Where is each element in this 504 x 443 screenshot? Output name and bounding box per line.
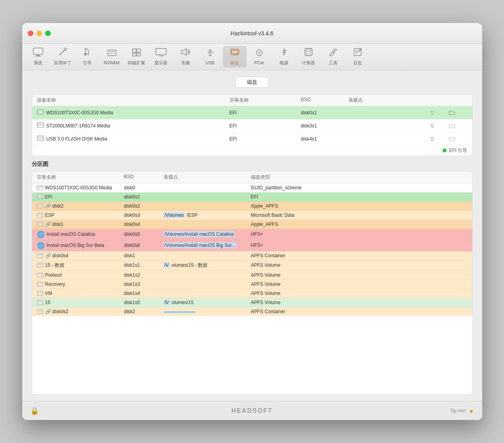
toolbar-item-system[interactable]: 系统: [26, 46, 50, 67]
close-button[interactable]: [28, 31, 33, 36]
part-name: 🔗 disk0s4: [37, 253, 124, 258]
maximize-button[interactable]: [45, 31, 51, 36]
partition-section-title: 分区图: [32, 161, 473, 168]
partition-table-body: WDS100T3X0C-00SJG0 Media disk0 GUID_part…: [32, 183, 472, 394]
table-row[interactable]: USB 3.0 FLASH DISK Media EFI disk4s1 ⇅: [32, 133, 472, 146]
disk-device-icon: [37, 135, 44, 142]
part-mount: /Volumes/15 - 数据: [164, 262, 251, 269]
toolbar-item-nvram[interactable]: NVRAM: [100, 47, 124, 67]
svg-rect-53: [37, 254, 42, 256]
part-type: APFS Container: [251, 253, 468, 258]
disk-device-icon: [37, 109, 44, 116]
toolbar-item-pcie[interactable]: PCIe: [247, 47, 271, 67]
disk-device-icon: [37, 122, 44, 129]
toolbar-item-audio[interactable]: 音频: [174, 46, 197, 67]
toolbar-item-power[interactable]: 电源: [272, 46, 296, 67]
disk-folder-button[interactable]: [448, 135, 456, 143]
table-row[interactable]: ST2000LM007-1R8174 Media EFI disk3s1 ⇅: [32, 119, 472, 133]
beer-icon[interactable]: 🍺: [468, 408, 474, 414]
minimize-button[interactable]: [36, 31, 42, 36]
svg-point-18: [236, 53, 238, 54]
partition-row[interactable]: 🌐 Install macOS Big Sur Beta disk0s6 /Vo…: [32, 240, 472, 251]
part-type: GUID_partition_scheme: [251, 185, 468, 191]
svg-rect-45: [37, 195, 42, 197]
partition-row[interactable]: Preboot disk1s2 APFS Volume: [32, 271, 472, 280]
toolbar-item-patches[interactable]: 应用补丁: [51, 46, 75, 67]
partition-row[interactable]: 🔗 disk1 disk0s4 Apple_APFS: [32, 220, 472, 229]
part-bsd: disk0s6: [124, 243, 164, 248]
svg-text:Ai: Ai: [360, 50, 361, 52]
log-icon: Ai: [353, 48, 363, 59]
part-type: EFI: [251, 194, 468, 200]
part-name: 🌐 Install macOS Big Sur Beta: [37, 242, 124, 249]
partition-row[interactable]: Recovery disk1s3 APFS Volume: [32, 280, 472, 289]
main-window: Hackintool v3.4.6 系统 应用补丁 引导 NVRAM: [22, 23, 482, 420]
toolbar-item-tools[interactable]: 工具: [321, 46, 345, 67]
partition-row[interactable]: ESP disk0s3 /Volumes/ESP Microsoft Basic…: [32, 211, 472, 220]
disk-mount-button[interactable]: ⇅: [428, 135, 437, 143]
part-bsd: disk0s4: [124, 222, 164, 227]
toolbar-label-kext: 内核扩展: [128, 60, 145, 66]
partition-row[interactable]: 🌐 Install macOS Catalina disk0s5 /Volume…: [32, 229, 472, 240]
disk-mount-button[interactable]: ⇅: [428, 121, 437, 130]
svg-rect-12: [159, 56, 163, 56]
part-bsd: disk1s3: [124, 281, 164, 287]
svg-rect-41: [38, 137, 43, 139]
disk-row-bsd: disk3s1: [301, 123, 349, 129]
table-row[interactable]: WDS100T3X0C-00SJG0 Media EFI disk0s1 ⇅: [32, 106, 472, 119]
part-name: 🔗 disk1: [37, 222, 124, 227]
partition-row[interactable]: 🔗 disk2 disk0s2 Apple_APFS: [32, 202, 472, 211]
toolbar-item-usb[interactable]: USB: [198, 47, 222, 67]
part-mount: /Volumes/ESP: [164, 212, 251, 218]
toolbar-item-display[interactable]: 显示器: [149, 46, 173, 67]
partition-row[interactable]: 15 - 数据 disk1s1 /Volumes/15 - 数据 APFS Vo…: [32, 260, 472, 271]
toolbar-item-boot[interactable]: 引导: [75, 46, 99, 67]
svg-rect-55: [37, 264, 42, 266]
part-mount: /Volumes/15: [164, 300, 251, 305]
content-area: 磁盘 设备名称 宗卷名称 BSD 装载点 WDS100T3X0C-00SJG0 …: [22, 70, 482, 401]
nvram-icon: [107, 48, 117, 60]
part-mount: [164, 310, 251, 313]
tip-label[interactable]: Tip me!: [450, 408, 466, 414]
toolbar-label-pcie: PCIe: [254, 60, 264, 65]
disk-header-name: 设备名称: [37, 97, 230, 104]
partition-row[interactable]: WDS100T3X0C-00SJG0 Media disk0 GUID_part…: [32, 183, 472, 193]
page-title-button[interactable]: 磁盘: [236, 77, 269, 88]
partition-row[interactable]: 15 disk1s5 /Volumes/15 APFS Volume: [32, 298, 472, 307]
disk-folder-button[interactable]: [448, 121, 456, 130]
lock-icon[interactable]: 🔒: [30, 406, 39, 415]
part-name: EFI: [37, 194, 124, 200]
toolbar: 系统 应用补丁 引导 NVRAM 内核扩展: [22, 44, 482, 70]
svg-rect-37: [38, 110, 43, 113]
disk-folder-button[interactable]: [448, 108, 456, 117]
svg-point-20: [259, 52, 260, 54]
toolbar-item-calc[interactable]: 计算器: [297, 46, 320, 67]
svg-rect-7: [132, 49, 136, 52]
toolbar-item-log[interactable]: Ai 日志: [346, 46, 370, 67]
disk-mount-button[interactable]: ⇅: [428, 108, 437, 117]
part-bsd: disk0s5: [124, 231, 164, 237]
partition-row[interactable]: 🔗 disk0s2 disk2 APFS Container: [32, 307, 472, 316]
disk-header-volume: 宗卷名称: [230, 97, 301, 104]
part-name: VM: [37, 291, 124, 296]
part-type: APFS Container: [251, 309, 468, 314]
toolbar-item-kext[interactable]: 内核扩展: [125, 46, 148, 67]
usb-icon: [206, 48, 214, 60]
toolbar-label-power: 电源: [280, 60, 288, 66]
part-name: 🔗 disk0s2: [37, 309, 124, 314]
partition-row[interactable]: 🔗 disk0s4 disk1 APFS Container: [32, 251, 472, 260]
disk-table-section: 设备名称 宗卷名称 BSD 装载点 WDS100T3X0C-00SJG0 Med…: [32, 94, 473, 156]
partition-row[interactable]: EFI disk0s1 EFI: [32, 193, 472, 202]
kext-icon: [131, 48, 142, 59]
calc-icon: [304, 48, 313, 59]
toolbar-item-disk[interactable]: 磁盘: [223, 46, 247, 67]
toolbar-label-nvram: NVRAM: [104, 60, 120, 65]
partition-row[interactable]: VM disk1s4 APFS Volume: [32, 289, 472, 298]
part-mount: /Volumes/Install macOS Catalina: [164, 231, 251, 237]
disk-header-bsd: BSD: [301, 97, 349, 104]
disk-row-bsd: disk4s1: [301, 136, 349, 142]
part-bsd: disk1s5: [124, 300, 164, 305]
toolbar-label-usb: USB: [205, 60, 215, 65]
part-name: 🔗 disk2: [37, 203, 124, 209]
svg-point-24: [306, 53, 307, 54]
